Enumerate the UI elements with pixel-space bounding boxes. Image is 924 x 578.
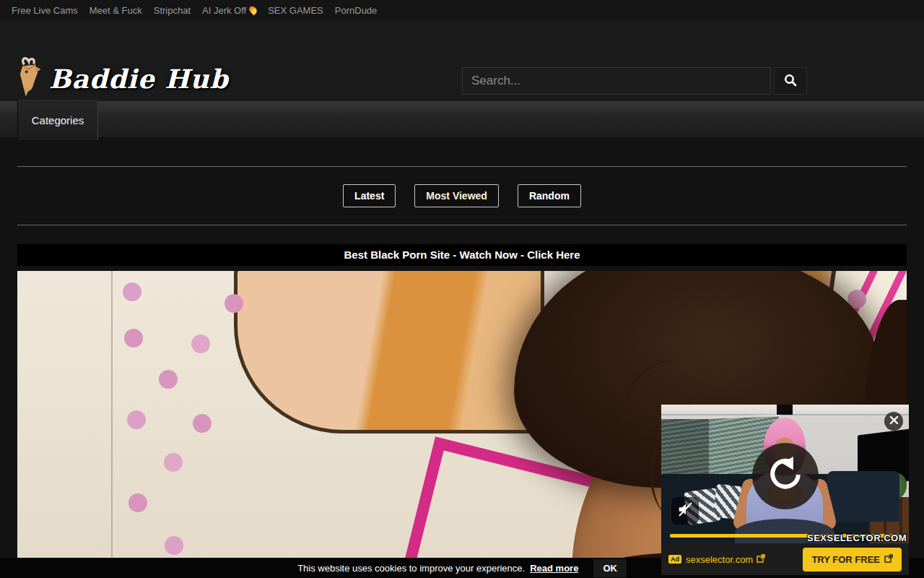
- advertiser-domain: sexselector.com: [686, 554, 753, 565]
- fire-icon: [248, 5, 258, 16]
- cta-label: TRY FOR FREE: [811, 554, 880, 565]
- topbar-link-stripchat[interactable]: Stripchat: [148, 5, 196, 16]
- external-link-icon: [884, 554, 893, 565]
- ad-watermark: SEXSELECTOR.COM: [807, 532, 907, 543]
- divider: [17, 166, 907, 167]
- filter-buttons: Latest Most Viewed Random: [17, 184, 907, 207]
- ad-video-player[interactable]: SEXSELECTOR.COM: [661, 405, 909, 543]
- cookie-message: This website uses cookies to improve you…: [297, 563, 525, 574]
- couch: [827, 471, 899, 522]
- ceiling-object: [777, 405, 793, 415]
- advertiser-link[interactable]: sexselector.com: [686, 554, 765, 565]
- promo-banner-link[interactable]: Best Black Porn Site - Watch Now - Click…: [17, 244, 907, 266]
- latest-button[interactable]: Latest: [343, 184, 396, 207]
- ad-close-button[interactable]: [884, 412, 903, 431]
- topbar-link-ai-jerk-off[interactable]: AI Jerk Off: [196, 5, 262, 16]
- site-header: Baddie Hub: [0, 20, 924, 101]
- divider: [17, 225, 907, 225]
- polka-dots: [123, 282, 141, 301]
- close-icon: [889, 415, 899, 427]
- topbar: Free Live Cams Meet & Fuck Stripchat AI …: [0, 0, 924, 20]
- external-link-icon: [757, 554, 765, 565]
- cookie-ok-button[interactable]: OK: [593, 559, 627, 577]
- main-nav: Categories: [0, 101, 924, 137]
- goat-icon: [13, 56, 45, 101]
- most-viewed-button[interactable]: Most Viewed: [414, 184, 499, 207]
- try-for-free-button[interactable]: TRY FOR FREE: [803, 548, 902, 571]
- topbar-link-meet-and-fuck[interactable]: Meet & Fuck: [84, 5, 148, 16]
- topbar-link-porndude[interactable]: PornDude: [329, 5, 383, 16]
- ad-badge: Ad: [668, 555, 681, 564]
- topbar-link-sex-games[interactable]: SEX GAMES: [262, 5, 329, 16]
- replay-icon: [767, 456, 804, 496]
- search-bar: [462, 67, 807, 95]
- search-button[interactable]: [774, 67, 807, 95]
- replay-button[interactable]: [752, 443, 819, 509]
- ad-info-bar: Ad sexselector.com TRY FOR FREE: [661, 543, 909, 575]
- muted-button[interactable]: [671, 497, 699, 525]
- topbar-link-free-live-cams[interactable]: Free Live Cams: [6, 5, 84, 16]
- random-button[interactable]: Random: [518, 184, 581, 207]
- search-input[interactable]: [462, 67, 771, 95]
- wall-seam: [111, 271, 113, 578]
- topbar-link-label: AI Jerk Off: [202, 5, 246, 16]
- site-title: Baddie Hub: [49, 64, 229, 94]
- read-more-link[interactable]: Read more: [530, 563, 578, 574]
- nav-item-categories[interactable]: Categories: [17, 100, 98, 140]
- video-ad-widget: SEXSELECTOR.COM Ad sexselector.com TRY F…: [661, 405, 909, 575]
- search-icon: [783, 73, 798, 90]
- muted-speaker-icon: [677, 501, 693, 520]
- site-logo[interactable]: Baddie Hub: [13, 56, 229, 101]
- wall-poster: [234, 271, 544, 434]
